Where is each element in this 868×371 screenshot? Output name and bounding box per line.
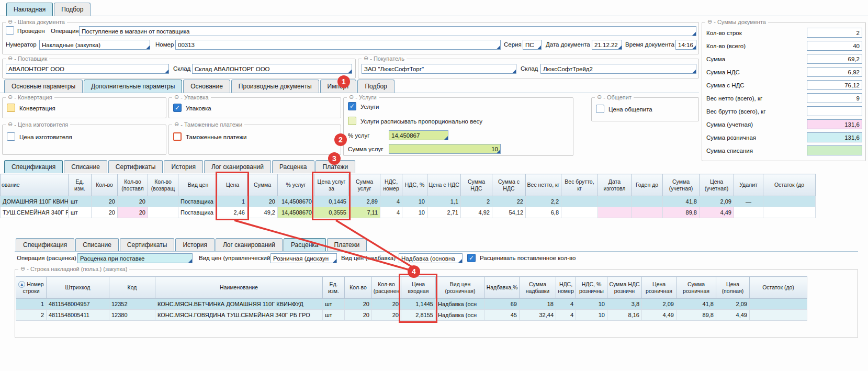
sort-icon[interactable]: ▲ [18, 281, 25, 288]
collapse-icon[interactable]: ⊖ [8, 121, 13, 128]
column-header[interactable]: Цена входная [401, 277, 436, 299]
tab[interactable]: Списание [64, 160, 107, 173]
cell[interactable]: 22 [492, 196, 526, 207]
cell[interactable]: 2 [461, 196, 492, 207]
cell[interactable]: 6,8 [526, 207, 561, 218]
cell[interactable]: 20 [118, 207, 148, 218]
cell[interactable]: 2,2 [526, 196, 561, 207]
services-percent-field[interactable]: 14,450867 [389, 130, 448, 140]
cell[interactable]: 4,49 [642, 310, 677, 321]
tab[interactable]: Лог сканирований [216, 238, 283, 251]
cell[interactable]: 4811548004957 [47, 299, 109, 310]
column-header[interactable]: Дата изготовл [598, 174, 632, 196]
cell[interactable]: шт [69, 207, 92, 218]
cell[interactable]: Надбавка (осн [436, 299, 485, 310]
column-header[interactable]: Вид цен (розничная) [436, 277, 485, 299]
tab[interactable]: Сертификаты [108, 160, 163, 173]
column-header[interactable]: Сумма услуг [349, 174, 380, 196]
tab[interactable]: Подбор [357, 80, 394, 93]
column-header[interactable]: Штрихкод [47, 277, 109, 299]
cell[interactable] [148, 207, 178, 218]
cell[interactable]: 20 [92, 196, 118, 207]
column-header[interactable]: НДС, % [402, 174, 427, 196]
cell[interactable]: 20 [372, 310, 401, 321]
column-header[interactable]: Цена розничная [642, 277, 677, 299]
buyer-name-field[interactable]: ЗАО "ЛюксСофтТорг" [362, 64, 516, 74]
cell[interactable]: 10 [402, 207, 427, 218]
column-header[interactable]: Вес брутто, кг [561, 174, 598, 196]
cell[interactable]: Надбавка (осн [436, 310, 485, 321]
invoice-line-table[interactable]: ▲Номер строкиШтрихкодКодНаименованиеЕд. … [16, 276, 807, 321]
column-header[interactable]: Вид цен [178, 174, 218, 196]
rascenka-operation-field[interactable]: Расценка при поставке [77, 253, 193, 263]
column-header[interactable]: Годен до [632, 174, 663, 196]
cell[interactable] [734, 207, 763, 218]
cell[interactable]: 4 [556, 310, 576, 321]
buyer-warehouse-field[interactable]: ЛюксСофтТрейд2 [540, 64, 696, 74]
cell[interactable]: 89,8 [663, 207, 700, 218]
cell[interactable]: 2 [16, 310, 47, 321]
cell[interactable]: Поставщика [178, 207, 218, 218]
tab[interactable]: Сертификаты [120, 238, 175, 251]
column-header[interactable]: Остаток (до [763, 174, 816, 196]
cell[interactable]: 69 [485, 299, 520, 310]
cell[interactable]: 0,1445 [314, 196, 349, 207]
specification-table[interactable]: ованиеЕд. изм.Кол-воКол-во (поставлКол-в… [0, 174, 816, 218]
cell[interactable]: 41,8 [677, 299, 716, 310]
cell[interactable]: 2,46 [218, 207, 247, 218]
column-header[interactable]: Кол-во (возвращ [148, 174, 178, 196]
cell[interactable] [632, 207, 663, 218]
tab[interactable]: История [164, 160, 203, 173]
column-header[interactable]: % услуг [278, 174, 314, 196]
time-field[interactable]: 14:16 [675, 40, 696, 50]
operation-field[interactable]: Поступление в магазин от поставщика [79, 26, 696, 36]
column-header[interactable]: Код [109, 277, 155, 299]
services-checkbox[interactable]: ✓ [348, 102, 356, 110]
proveden-checkbox[interactable] [6, 26, 14, 35]
table-row[interactable]: 2481154800541112380КОНС.МЯСН.ГОВЯДИНА ТУ… [16, 310, 807, 321]
cell[interactable]: 2,89 [349, 196, 380, 207]
collapse-icon[interactable]: ⊖ [8, 94, 13, 100]
cell[interactable]: шт [323, 310, 345, 321]
collapse-icon[interactable]: ⊖ [349, 94, 354, 100]
supplier-warehouse-field[interactable]: Склад АВАЛОНТОРГ ООО [192, 64, 352, 74]
tab[interactable]: Лог сканирований [204, 160, 271, 173]
collapse-icon[interactable]: ⊖ [20, 265, 25, 272]
sum-field[interactable]: 9 [807, 93, 862, 103]
cell[interactable]: 10 [402, 196, 427, 207]
column-header[interactable]: Наименование [155, 277, 323, 299]
column-header[interactable]: Надбавка,% [485, 277, 520, 299]
collapse-icon[interactable]: ⊖ [174, 121, 179, 128]
column-header[interactable]: ование [1, 174, 69, 196]
cell[interactable]: Поставщика [178, 196, 218, 207]
tab[interactable]: Производные документы [231, 80, 319, 93]
cell[interactable] [763, 196, 816, 207]
column-header[interactable]: Сумма с НДС [492, 174, 526, 196]
column-header[interactable]: Цена услуг за [314, 174, 349, 196]
tab[interactable]: Основные параметры [4, 80, 83, 93]
cell[interactable]: 2,09 [700, 196, 734, 207]
cell[interactable]: КОНС.МЯСН.ВЕТЧИНКА ДОМАШНЯЯ 110Г КВИНФУД [155, 299, 323, 310]
cell[interactable]: ТУШ.СЕМЕЙНАЯ 340Г Р [1, 207, 69, 218]
tab[interactable]: Накладная [6, 3, 53, 16]
date-field[interactable]: 21.12.22 [592, 40, 622, 50]
cell[interactable]: 54,12 [492, 207, 526, 218]
supplier-name-field[interactable]: АВАЛОНТОРГ ООО [6, 64, 169, 74]
cell[interactable]: 4,92 [461, 207, 492, 218]
column-header[interactable]: НДС, % розничны [576, 277, 607, 299]
cell[interactable]: 45 [485, 310, 520, 321]
column-header[interactable]: Сумма [247, 174, 278, 196]
conversion-checkbox[interactable] [7, 104, 15, 112]
cell[interactable]: 4 [556, 299, 576, 310]
table-row[interactable]: ДОМАШНЯЯ 110Г КВИНшт2020Поставщика12014,… [1, 196, 816, 207]
cell[interactable] [763, 207, 816, 218]
sum-field[interactable] [807, 145, 862, 155]
numerator-field[interactable]: Накладные (закупка) [39, 40, 150, 50]
column-header[interactable]: Цена [218, 174, 247, 196]
sum-field[interactable]: 76,12 [807, 80, 862, 90]
cell[interactable]: 49,2 [247, 207, 278, 218]
collapse-icon[interactable]: ⊖ [707, 18, 712, 25]
tab[interactable]: История [175, 238, 215, 251]
column-header[interactable]: Сумма надбавки [520, 277, 556, 299]
cell[interactable] [750, 310, 807, 321]
